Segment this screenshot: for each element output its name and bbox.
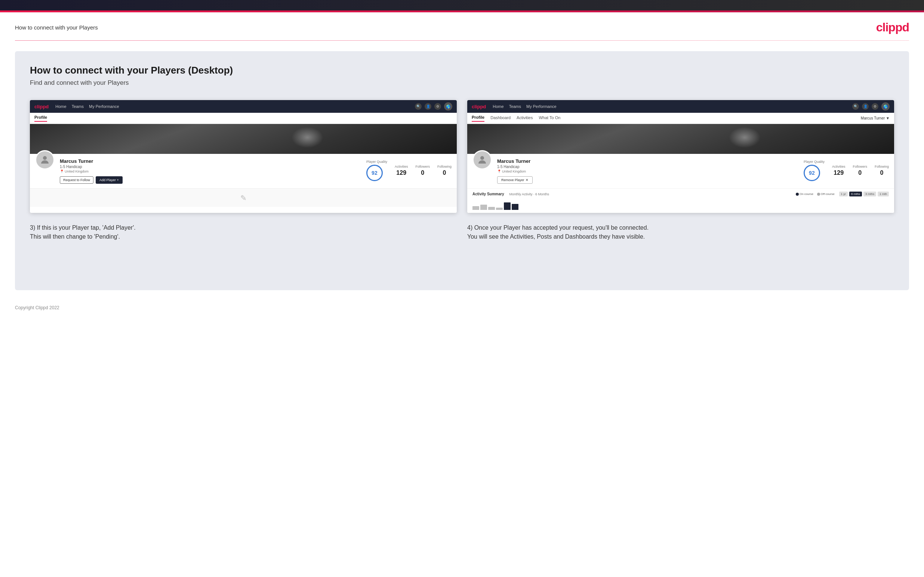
- filter-1mth[interactable]: 1 mth: [878, 192, 889, 197]
- left-stat-activities: Activities 129: [395, 165, 408, 176]
- right-nav-logo: clippd: [472, 104, 486, 110]
- remove-player-button[interactable]: Remove Player ✕: [497, 176, 533, 184]
- left-stat-following: Following 0: [437, 165, 452, 176]
- right-stats: Player Quality 92 Activities 129 Followe…: [804, 158, 889, 181]
- right-tab-whattowork[interactable]: What To On: [539, 115, 560, 121]
- filter-6mths[interactable]: 6 mths: [849, 192, 862, 197]
- user-icon[interactable]: 👤: [425, 103, 431, 110]
- right-banner: [467, 124, 894, 154]
- caption-left: 3) If this is your Player tap, 'Add Play…: [30, 223, 457, 241]
- left-profile-info: Marcus Turner 1-5 Handicap 📍 United King…: [60, 158, 361, 184]
- screenshots-row: clippd Home Teams My Performance 🔍 👤 ⚙ 🌎…: [30, 100, 894, 213]
- pencil-icon: ✎: [240, 193, 247, 202]
- right-nav-performance[interactable]: My Performance: [526, 104, 557, 109]
- left-nav-items: Home Teams My Performance: [55, 104, 415, 109]
- page-footer: Copyright Clippd 2022: [0, 301, 924, 318]
- right-avatar-icon: [477, 154, 488, 166]
- right-tab-activities[interactable]: Activities: [517, 115, 533, 121]
- activity-header: Activity Summary Monthly Activity · 6 Mo…: [472, 192, 889, 197]
- right-tab-dashboard[interactable]: Dashboard: [490, 115, 510, 121]
- add-player-button[interactable]: Add Player +: [96, 176, 123, 184]
- right-banner-golf: [467, 124, 894, 154]
- right-globe-icon[interactable]: 🌎: [881, 102, 890, 111]
- settings-icon[interactable]: ⚙: [435, 103, 441, 110]
- left-stats: Player Quality 92 Activities 129 Followe…: [366, 158, 452, 181]
- tab-profile[interactable]: Profile: [34, 115, 47, 122]
- request-follow-button[interactable]: Request to Follow: [60, 176, 94, 184]
- right-stat-followers: Followers 0: [853, 165, 867, 176]
- right-search-icon[interactable]: 🔍: [852, 103, 859, 110]
- off-course-dot: [817, 193, 820, 196]
- svg-point-0: [43, 156, 47, 160]
- svg-point-1: [480, 156, 484, 160]
- page-header: How to connect with your Players clippd: [0, 12, 924, 40]
- chart-bar-3: [488, 207, 495, 210]
- header-divider: [15, 40, 909, 41]
- location-pin-icon: 📍: [60, 169, 64, 173]
- left-banner-golf: [30, 124, 457, 154]
- left-stat-quality: Player Quality 92: [366, 160, 387, 181]
- left-handicap: 1-5 Handicap: [60, 165, 361, 169]
- right-user-icon[interactable]: 👤: [862, 103, 869, 110]
- right-tab-profile[interactable]: Profile: [472, 115, 485, 122]
- right-buttons: Remove Player ✕: [497, 176, 798, 184]
- right-stat-activities: Activities 129: [832, 165, 845, 176]
- right-activities-label: Activities: [832, 165, 845, 168]
- left-profile: Marcus Turner 1-5 Handicap 📍 United King…: [30, 154, 457, 188]
- activities-label: Activities: [395, 165, 408, 168]
- left-nav-performance[interactable]: My Performance: [89, 104, 119, 109]
- activity-title: Activity Summary: [472, 192, 504, 196]
- right-quality-label: Player Quality: [804, 160, 825, 164]
- filter-1yr[interactable]: 1 yr: [839, 192, 848, 197]
- right-settings-icon[interactable]: ⚙: [872, 103, 879, 110]
- left-nav-teams[interactable]: Teams: [72, 104, 84, 109]
- left-nav-home[interactable]: Home: [55, 104, 66, 109]
- quality-circle: 92: [366, 165, 383, 181]
- right-profile: Marcus Turner 1-5 Handicap 📍 United King…: [467, 154, 894, 188]
- left-avatar: [35, 150, 55, 169]
- activities-value: 129: [395, 169, 408, 176]
- quality-label: Player Quality: [366, 160, 387, 164]
- activity-summary-bar: Activity Summary Monthly Activity · 6 Mo…: [467, 188, 894, 213]
- right-tab-username[interactable]: Marcus Turner ▼: [861, 116, 890, 120]
- globe-icon[interactable]: 🌎: [444, 102, 452, 111]
- legend-on-course: On course: [796, 192, 813, 196]
- breadcrumb: How to connect with your Players: [15, 24, 98, 31]
- screenshot-left: clippd Home Teams My Performance 🔍 👤 ⚙ 🌎…: [30, 100, 457, 213]
- right-stat-following: Following 0: [875, 165, 889, 176]
- right-stat-quality: Player Quality 92: [804, 160, 825, 181]
- left-nav-logo: clippd: [34, 104, 48, 110]
- left-player-name: Marcus Turner: [60, 158, 361, 164]
- clippd-logo: clippd: [876, 21, 909, 34]
- following-label: Following: [437, 165, 452, 168]
- left-stat-followers: Followers 0: [415, 165, 430, 176]
- right-handicap: 1-5 Handicap: [497, 165, 798, 169]
- following-value: 0: [437, 169, 452, 176]
- left-tabs: Profile: [30, 113, 457, 124]
- legend-off-course: Off course: [817, 192, 835, 196]
- right-nav-home[interactable]: Home: [493, 104, 504, 109]
- right-navbar: clippd Home Teams My Performance 🔍 👤 ⚙ 🌎: [467, 100, 894, 113]
- activity-chart: [472, 199, 889, 210]
- left-buttons: Request to Follow Add Player +: [60, 176, 361, 184]
- chart-bar-6: [512, 204, 519, 210]
- right-nav-teams[interactable]: Teams: [509, 104, 521, 109]
- right-location-pin-icon: 📍: [497, 169, 501, 173]
- right-activities-value: 129: [832, 169, 845, 176]
- left-edit-area: ✎: [30, 188, 457, 207]
- followers-value: 0: [415, 169, 430, 176]
- captions-row: 3) If this is your Player tap, 'Add Play…: [30, 223, 894, 241]
- caption-left-text: 3) If this is your Player tap, 'Add Play…: [30, 224, 136, 240]
- filter-3mths[interactable]: 3 mths: [863, 192, 876, 197]
- activity-filters: On course Off course 1 yr 6 mths 3 mths …: [796, 192, 889, 197]
- right-followers-label: Followers: [853, 165, 867, 168]
- screenshot-right: clippd Home Teams My Performance 🔍 👤 ⚙ 🌎…: [467, 100, 894, 213]
- top-decorative-bar: [0, 0, 924, 10]
- right-avatar: [472, 150, 492, 169]
- chart-bar-1: [472, 206, 479, 210]
- footer-text: Copyright Clippd 2022: [15, 305, 60, 310]
- search-icon[interactable]: 🔍: [415, 103, 422, 110]
- chart-bar-5: [504, 202, 510, 210]
- chart-bar-2: [480, 205, 487, 210]
- right-player-name: Marcus Turner: [497, 158, 798, 164]
